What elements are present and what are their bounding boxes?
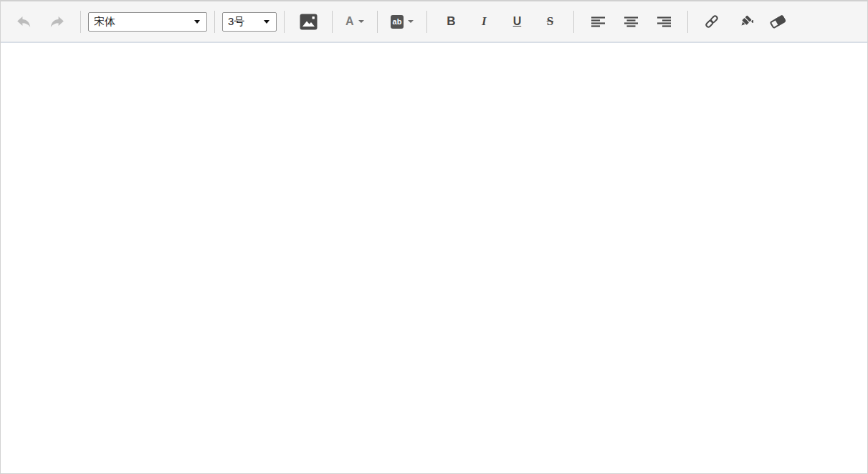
dropdown-arrow-icon <box>194 20 200 24</box>
toolbar-separator <box>214 11 215 33</box>
insert-image-button[interactable] <box>292 6 325 37</box>
font-color-button[interactable]: A <box>340 6 370 37</box>
rich-text-editor: 宋体 3号 A <box>0 0 868 474</box>
font-color-label: A <box>345 16 354 27</box>
italic-label: I <box>482 14 487 29</box>
toolbar-separator <box>80 11 81 33</box>
format-brush-button[interactable] <box>728 6 761 37</box>
bold-label: B <box>447 14 455 29</box>
font-family-value: 宋体 <box>94 15 115 29</box>
chevron-down-icon <box>408 20 414 23</box>
highlight-color-chip: ab <box>391 15 404 29</box>
align-right-icon <box>657 16 671 27</box>
font-family-select[interactable]: 宋体 <box>88 12 207 32</box>
align-left-button[interactable] <box>581 6 614 37</box>
align-center-button[interactable] <box>614 6 647 37</box>
bold-button[interactable]: B <box>434 6 467 37</box>
redo-icon <box>49 16 65 28</box>
align-left-icon <box>591 16 605 27</box>
dropdown-arrow-icon <box>264 20 270 24</box>
font-size-select[interactable]: 3号 <box>222 12 277 32</box>
align-right-button[interactable] <box>647 6 680 37</box>
strikethrough-button[interactable]: S <box>533 6 566 37</box>
editor-content[interactable] <box>1 43 867 473</box>
image-icon <box>300 14 318 30</box>
italic-button[interactable]: I <box>467 6 500 37</box>
format-brush-icon <box>737 14 753 30</box>
editor-toolbar: 宋体 3号 A <box>1 1 867 43</box>
eraser-button[interactable] <box>761 6 794 37</box>
toolbar-separator <box>332 11 333 33</box>
eraser-icon <box>769 14 786 29</box>
undo-button[interactable] <box>7 6 40 37</box>
toolbar-separator <box>573 11 574 33</box>
toolbar-separator <box>687 11 688 33</box>
toolbar-separator <box>377 11 378 33</box>
link-icon <box>704 14 720 29</box>
strikethrough-label: S <box>547 14 553 29</box>
font-size-value: 3号 <box>228 15 244 29</box>
chevron-down-icon <box>358 20 364 23</box>
undo-icon <box>16 16 32 28</box>
align-center-icon <box>624 16 638 27</box>
underline-button[interactable]: U <box>500 6 533 37</box>
highlight-color-button[interactable]: ab <box>385 6 420 37</box>
toolbar-separator <box>284 11 285 33</box>
redo-button[interactable] <box>40 6 73 37</box>
underline-label: U <box>513 15 522 28</box>
toolbar-separator <box>426 11 427 33</box>
insert-link-button[interactable] <box>695 6 728 37</box>
